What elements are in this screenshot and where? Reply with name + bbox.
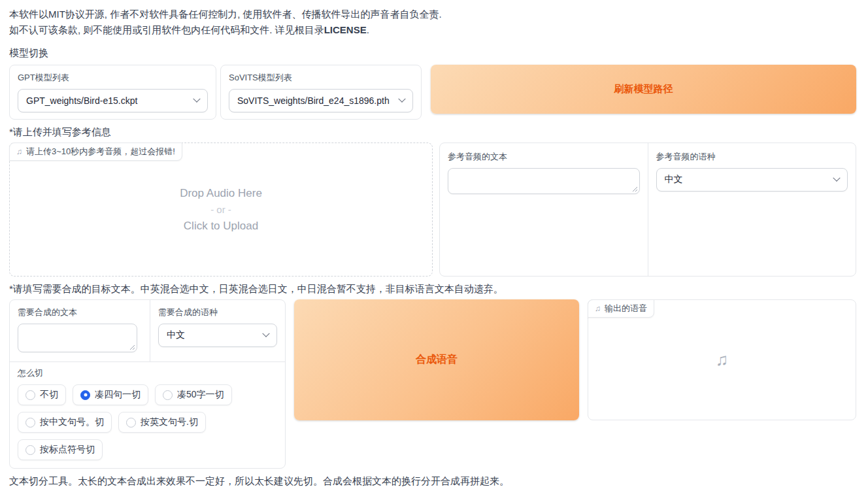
sovits-model-select[interactable]: SoVITS_weights/Bird_e24_s1896.pth (229, 89, 413, 112)
drop-hint-line-3: Click to Upload (180, 218, 262, 234)
reference-language-cell: 参考音频的语种 中文 (648, 143, 856, 276)
cut-option-label: 不切 (40, 389, 58, 401)
target-form-top: 需要合成的文本 需要合成的语种 中文 (10, 300, 285, 362)
target-language-select[interactable]: 中文 (158, 324, 277, 347)
sovits-model-label: SoVITS模型列表 (229, 72, 413, 84)
cut-option-3[interactable]: 按中文句号。切 (18, 412, 112, 433)
output-audio-panel: ♫ 输出的语音 ♫ (588, 299, 856, 420)
reference-section-heading: *请上传并填写参考信息 (9, 126, 856, 139)
music-note-icon: ♫ (16, 147, 22, 156)
disclaimer-line-1: 本软件以MIT协议开源, 作者不对软件具备任何控制力, 使用软件者、传播软件导出… (9, 7, 856, 22)
gpt-model-panel: GPT模型列表 GPT_weights/Bird-e15.ckpt (9, 65, 216, 120)
resize-handle-icon[interactable] (129, 344, 135, 350)
target-language-cell: 需要合成的语种 中文 (150, 300, 285, 361)
reference-audio-label: ♫ 请上传3~10秒内参考音频，超过会报错! (9, 143, 182, 161)
how-to-cut-group: 怎么切 不切凑四句一切凑50字一切按中文句号。切按英文句号.切按标点符号切 (10, 362, 285, 468)
cut-option-label: 按标点符号切 (40, 444, 95, 456)
radio-unselected-icon (163, 390, 173, 400)
cut-option-5[interactable]: 按标点符号切 (18, 439, 103, 460)
chevron-down-icon (262, 330, 269, 337)
how-to-cut-label: 怎么切 (18, 367, 277, 379)
target-text-label: 需要合成的文本 (18, 307, 142, 318)
reference-audio-upload[interactable]: ♫ 请上传3~10秒内参考音频，超过会报错! Drop Audio Here -… (9, 143, 433, 277)
gpt-model-select[interactable]: GPT_weights/Bird-e15.ckpt (18, 89, 208, 112)
synthesize-button[interactable]: 合成语音 (294, 299, 579, 420)
reference-text-cell: 参考音频的文本 (440, 143, 648, 276)
target-section-heading: *请填写需要合成的目标文本。中英混合选中文，日英混合选日文，中日混合暂不支持，非… (9, 283, 856, 295)
chevron-down-icon (398, 95, 405, 103)
sovits-model-panel: SoVITS模型列表 SoVITS_weights/Bird_e24_s1896… (220, 65, 422, 120)
music-note-placeholder-icon: ♫ (716, 350, 729, 370)
radio-unselected-icon (126, 418, 136, 428)
gpt-model-label: GPT模型列表 (18, 72, 208, 84)
cut-option-label: 按英文句号.切 (141, 416, 198, 428)
output-audio-label: ♫ 输出的语音 (588, 299, 654, 318)
cut-option-2[interactable]: 凑50字一切 (155, 384, 232, 405)
cut-option-4[interactable]: 按英文句号.切 (118, 412, 206, 433)
synthesis-row: 需要合成的文本 需要合成的语种 中文 怎么切 不切凑四句一切凑50字一切按中 (9, 299, 856, 469)
reference-language-value: 中文 (665, 174, 683, 186)
chevron-down-icon (833, 175, 840, 182)
disclaimer-line-2-text: 如不认可该条款, 则不能使用或引用软件包内任何代码和文件. 详见根目录 (9, 24, 324, 35)
reference-language-select[interactable]: 中文 (656, 168, 848, 192)
chevron-down-icon (193, 95, 200, 103)
target-language-value: 中文 (167, 329, 185, 341)
target-text-input[interactable] (18, 324, 137, 352)
split-tool-heading: 文本切分工具。太长的文本合成出来效果不一定好，所以太长建议先切。合成会根据文本的… (9, 475, 856, 487)
gpt-sovits-inference-page: 本软件以MIT协议开源, 作者不对软件具备任何控制力, 使用软件者、传播软件导出… (0, 0, 868, 487)
cut-option-label: 按中文句号。切 (40, 416, 104, 428)
drop-hint-line-1: Drop Audio Here (180, 185, 262, 201)
target-language-label: 需要合成的语种 (158, 307, 277, 318)
output-audio-label-text: 输出的语音 (605, 303, 647, 314)
disclaimer-line-2-period: . (367, 24, 369, 35)
cut-option-label: 凑50字一切 (177, 389, 224, 401)
radio-unselected-icon (25, 418, 35, 428)
radio-unselected-icon (25, 445, 35, 455)
radio-selected-icon (80, 390, 90, 400)
radio-unselected-icon (25, 390, 35, 400)
reference-text-input[interactable] (448, 168, 640, 194)
music-note-icon: ♫ (595, 304, 601, 313)
reference-row: ♫ 请上传3~10秒内参考音频，超过会报错! Drop Audio Here -… (9, 143, 856, 277)
reference-info-panel: 参考音频的文本 参考音频的语种 中文 (439, 143, 856, 277)
audio-drop-hint: Drop Audio Here - or - Click to Upload (180, 185, 262, 234)
target-text-cell: 需要合成的文本 (10, 300, 150, 361)
cut-option-1[interactable]: 凑四句一切 (73, 384, 148, 405)
model-switch-row: GPT模型列表 GPT_weights/Bird-e15.ckpt SoVITS… (9, 65, 856, 120)
sovits-model-selected-value: SoVITS_weights/Bird_e24_s1896.pth (237, 95, 390, 106)
cut-option-0[interactable]: 不切 (18, 384, 66, 405)
cut-options-radio-group: 不切凑四句一切凑50字一切按中文句号。切按英文句号.切按标点符号切 (18, 384, 277, 460)
disclaimer-line-2: 如不认可该条款, 则不能使用或引用软件包内任何代码和文件. 详见根目录LICEN… (9, 22, 856, 38)
refresh-model-paths-button[interactable]: 刷新模型路径 (431, 65, 856, 114)
cut-option-label: 凑四句一切 (95, 389, 141, 401)
target-form-panel: 需要合成的文本 需要合成的语种 中文 怎么切 不切凑四句一切凑50字一切按中 (9, 299, 286, 469)
drop-hint-line-2: - or - (180, 201, 262, 218)
license-word: LICENSE (324, 24, 367, 35)
reference-language-label: 参考音频的语种 (656, 151, 848, 163)
reference-text-label: 参考音频的文本 (448, 151, 640, 163)
reference-audio-label-text: 请上传3~10秒内参考音频，超过会报错! (26, 146, 175, 158)
model-switch-heading: 模型切换 (9, 47, 856, 59)
gpt-model-selected-value: GPT_weights/Bird-e15.ckpt (26, 95, 137, 106)
resize-handle-icon[interactable] (631, 186, 638, 192)
